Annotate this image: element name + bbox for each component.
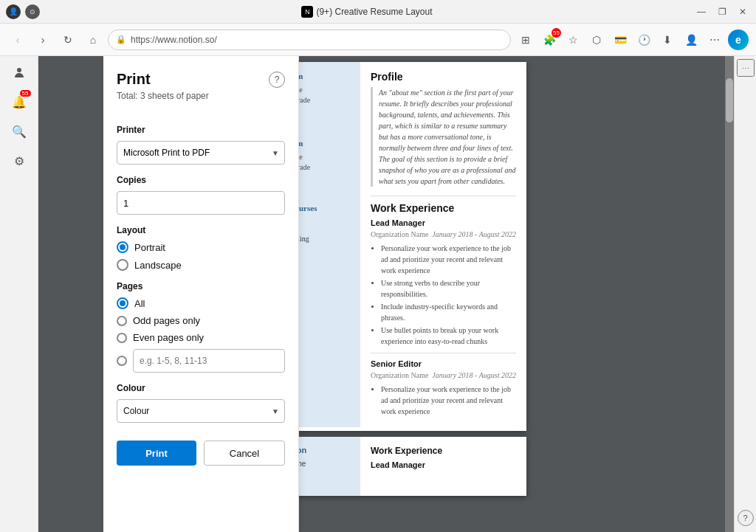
job1-bullets: Personalize your work experience to the … (371, 243, 516, 347)
profile-section: Profile An "about me" section is the fir… (371, 71, 516, 187)
browser-content: 🔔55 🔍 ⚙ Print ? Total: 3 sheets of paper… (0, 56, 756, 532)
pages-odd-circle (117, 316, 127, 326)
divider-1 (371, 196, 516, 196)
wallet-button[interactable]: 💳 (610, 30, 630, 50)
layout-radio-group: Portrait Landscape (117, 241, 285, 271)
profile-icon[interactable]: 👤 (6, 4, 21, 19)
landscape-radio[interactable]: Landscape (117, 259, 285, 271)
job1-org: Organization Name (371, 230, 428, 238)
printer-select-wrapper: Microsoft Print to PDF ▼ (117, 141, 285, 165)
bullet-item: Personalize your work experience to the … (381, 243, 516, 276)
pages-even-radio[interactable]: Even pages only (117, 332, 285, 343)
profile-text: An "about me" section is the first part … (371, 87, 516, 187)
print-buttons: Print Cancel (117, 441, 285, 466)
print-dialog: Print ? Total: 3 sheets of paper Printer… (103, 56, 299, 532)
sidebar-home-button[interactable] (6, 59, 32, 86)
sidebar-search-button[interactable]: 🔍 (6, 118, 32, 145)
collections-button[interactable]: ⬡ (586, 30, 607, 50)
portrait-radio[interactable]: Portrait (117, 241, 285, 253)
print-button[interactable]: Print (117, 441, 196, 466)
edge-icon: e (728, 30, 749, 50)
copies-label: Copies (117, 175, 285, 185)
printer-select[interactable]: Microsoft Print to PDF (117, 141, 285, 165)
svg-point-0 (17, 68, 21, 72)
right-more-button[interactable]: ⋯ (737, 59, 755, 77)
job2-org: Organization Name (371, 371, 428, 379)
reader-view-button[interactable]: ⊞ (515, 30, 536, 50)
extension-badge: 55 (551, 28, 561, 38)
job1-org-row: Organization Name January 2018 - August … (371, 230, 516, 238)
colour-label: Colour (117, 383, 285, 393)
work-title: Work Experience (371, 202, 516, 214)
portrait-radio-circle (117, 241, 128, 253)
main-area: Print ? Total: 3 sheets of paper Printer… (38, 56, 756, 532)
landscape-radio-circle (117, 259, 128, 271)
nav-tools: ⊞ 🧩55 ☆ ⬡ 💳 🕐 ⬇ 👤 ⋯ e (515, 30, 749, 50)
layout-label: Layout (117, 225, 285, 235)
resume-right-col-1: Profile An "about me" section is the fir… (360, 62, 526, 427)
favorites-button[interactable]: ☆ (563, 30, 583, 50)
print-subtitle: Total: 3 sheets of paper (117, 91, 285, 101)
more-button[interactable]: ⋯ (704, 30, 725, 50)
tab-title: (9+) Creative Resume Layout (316, 7, 432, 17)
divider-2 (371, 353, 516, 353)
address-bar[interactable]: 🔒 https://www.notion.so/ (108, 30, 511, 50)
extensions-icon[interactable]: ⊙ (25, 4, 40, 19)
notion-tab-icon: N (301, 6, 313, 18)
extensions-button[interactable]: 🧩55 (539, 30, 560, 50)
home-button[interactable]: ⌂ (83, 30, 103, 50)
job1-dates: January 2018 - August 2022 (432, 230, 516, 238)
pages-all-circle (117, 297, 128, 309)
url-text: https://www.notion.so/ (131, 35, 503, 45)
close-button[interactable]: ✕ (735, 4, 750, 19)
pages-radio-group: All Odd pages only Even pages only (117, 297, 285, 373)
pages-custom-radio[interactable] (117, 349, 285, 373)
lock-icon: 🔒 (116, 35, 126, 44)
pages-custom-circle (117, 356, 127, 366)
notification-badge: 55 (20, 90, 31, 97)
scroll-thumb (726, 78, 733, 122)
bottom-right-col: Work Experience Lead Manager (360, 437, 526, 496)
colour-select[interactable]: Colour (117, 399, 285, 423)
title-center: N (9+) Creative Resume Layout (46, 6, 688, 18)
browser-frame: 👤 ⊙ N (9+) Creative Resume Layout — ❐ ✕ … (0, 0, 756, 532)
title-bar-left: 👤 ⊙ (6, 4, 40, 19)
title-bar: 👤 ⊙ N (9+) Creative Resume Layout — ❐ ✕ (0, 0, 756, 24)
window-controls: — ❐ ✕ (694, 4, 750, 19)
colour-select-wrapper: Colour ▼ (117, 399, 285, 423)
profile-button[interactable]: 👤 (681, 30, 701, 50)
history-button[interactable]: 🕐 (633, 30, 654, 50)
forward-button[interactable]: › (32, 30, 53, 50)
printer-label: Printer (117, 125, 285, 135)
downloads-button[interactable]: ⬇ (657, 30, 678, 50)
job1-title: Lead Manager (371, 218, 516, 227)
pages-label: Pages (117, 281, 285, 291)
bullet-item: Use strong verbs to describe your respon… (381, 277, 516, 300)
help-button[interactable]: ? (269, 72, 285, 88)
sidebar-notifications-button[interactable]: 🔔55 (6, 89, 32, 115)
refresh-button[interactable]: ↻ (58, 30, 78, 50)
job2-bullets: Personalize your work experience to the … (371, 384, 516, 417)
back-button[interactable]: ‹ (7, 30, 28, 50)
restore-button[interactable]: ❐ (715, 4, 729, 19)
copies-input[interactable] (117, 191, 285, 215)
job2-dates: January 2018 - August 2022 (432, 371, 516, 379)
pages-even-circle (117, 333, 127, 343)
pages-custom-input[interactable] (133, 349, 285, 373)
right-panel: ⋯ ? (734, 56, 756, 532)
job2-title: Senior Editor (371, 359, 516, 368)
right-help-button[interactable]: ? (738, 510, 754, 526)
sidebar-icons: 🔔55 🔍 ⚙ (0, 56, 38, 532)
bullet-item: Include industry-specific keywords and p… (381, 301, 516, 323)
job2-org-row: Organization Name January 2018 - August … (371, 371, 516, 379)
bullet-item: Personalize your work experience to the … (381, 384, 516, 417)
nav-bar: ‹ › ↻ ⌂ 🔒 https://www.notion.so/ ⊞ 🧩55 ☆… (0, 24, 756, 56)
sidebar-settings-button[interactable]: ⚙ (6, 148, 32, 174)
work-section: Work Experience Lead Manager Organizatio… (371, 202, 516, 417)
pages-odd-radio[interactable]: Odd pages only (117, 315, 285, 326)
minimize-button[interactable]: — (694, 4, 709, 19)
cancel-button[interactable]: Cancel (204, 441, 285, 466)
vertical-scrollbar[interactable] (725, 56, 734, 532)
bottom-work-title: Work Experience (371, 446, 516, 456)
pages-all-radio[interactable]: All (117, 297, 285, 309)
